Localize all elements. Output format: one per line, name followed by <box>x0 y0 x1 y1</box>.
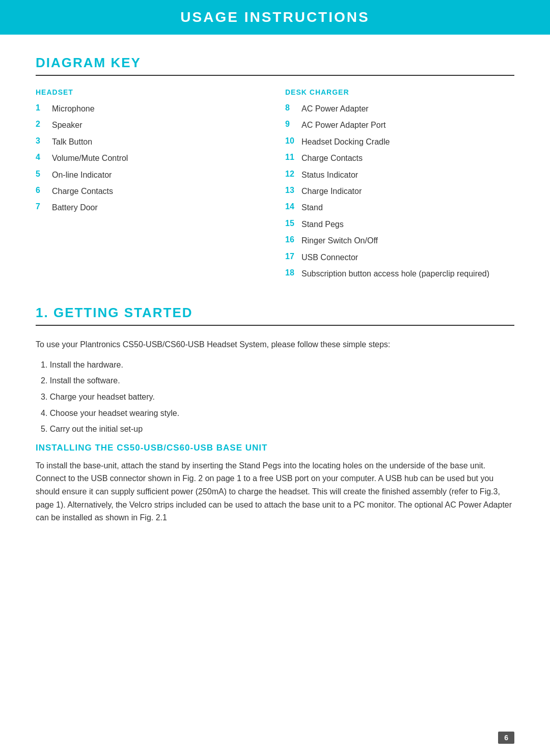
item-label: AC Power Adapter Port <box>301 120 386 131</box>
list-item: 14Stand <box>285 202 514 213</box>
headset-column-header: HEADSET <box>36 88 265 96</box>
item-number: 1 <box>36 103 52 113</box>
item-number: 10 <box>285 136 301 146</box>
item-label: Status Indicator <box>301 170 358 181</box>
diagram-key-title: DIAGRAM KEY <box>36 55 514 71</box>
item-number: 9 <box>285 120 301 129</box>
diagram-key-section: DIAGRAM KEY HEADSET 1Microphone2Speaker3… <box>36 55 514 285</box>
list-item: 18Subscription button access hole (paper… <box>285 268 514 279</box>
list-item: 4. Choose your headset wearing style. <box>36 407 514 420</box>
list-item: 1. Install the hardware. <box>36 358 514 372</box>
item-number: 15 <box>285 219 301 228</box>
item-label: Charge Indicator <box>301 186 362 197</box>
list-item: 17USB Connector <box>285 252 514 263</box>
list-item: 9AC Power Adapter Port <box>285 120 514 131</box>
getting-started-section: 1. GETTING STARTED To use your Plantroni… <box>36 305 514 524</box>
item-number: 6 <box>36 186 52 195</box>
list-item: 2. Install the software. <box>36 374 514 387</box>
desk-charger-items-container: 8AC Power Adapter9AC Power Adapter Port1… <box>285 103 514 279</box>
list-item: 10Headset Docking Cradle <box>285 136 514 148</box>
item-number: 14 <box>285 202 301 211</box>
desk-charger-column: DESK CHARGER 8AC Power Adapter9AC Power … <box>285 88 514 285</box>
list-item: 8AC Power Adapter <box>285 103 514 115</box>
item-number: 12 <box>285 170 301 179</box>
item-label: Volume/Mute Control <box>52 153 128 164</box>
item-label: On-line Indicator <box>52 170 112 181</box>
item-label: Subscription button access hole (papercl… <box>301 268 489 279</box>
item-label: Headset Docking Cradle <box>301 136 390 148</box>
getting-started-divider <box>36 325 514 326</box>
list-item: 7Battery Door <box>36 202 265 213</box>
list-item: 11Charge Contacts <box>285 153 514 164</box>
page-header-title: USAGE INSTRUCTIONS <box>180 9 369 25</box>
item-number: 3 <box>36 136 52 146</box>
page-content: DIAGRAM KEY HEADSET 1Microphone2Speaker3… <box>0 35 550 569</box>
item-label: Microphone <box>52 103 95 115</box>
diagram-columns: HEADSET 1Microphone2Speaker3Talk Button4… <box>36 88 514 285</box>
page-header: USAGE INSTRUCTIONS <box>0 0 550 35</box>
list-item: 2Speaker <box>36 120 265 131</box>
getting-started-steps: 1. Install the hardware.2. Install the s… <box>36 358 514 436</box>
item-label: Charge Contacts <box>52 186 113 197</box>
list-item: 3. Charge your headset battery. <box>36 390 514 404</box>
getting-started-intro: To use your Plantronics CS50-USB/CS60-US… <box>36 338 514 351</box>
list-item: 5. Carry out the initial set-up <box>36 423 514 436</box>
item-number: 4 <box>36 153 52 162</box>
item-label: AC Power Adapter <box>301 103 369 115</box>
getting-started-title: 1. GETTING STARTED <box>36 305 514 321</box>
item-number: 7 <box>36 202 52 211</box>
item-label: USB Connector <box>301 252 358 263</box>
item-label: Speaker <box>52 120 82 131</box>
installing-subsection-text: To install the base-unit, attach the sta… <box>36 459 514 524</box>
item-number: 17 <box>285 252 301 261</box>
item-label: Battery Door <box>52 202 98 213</box>
item-number: 16 <box>285 235 301 244</box>
diagram-key-divider <box>36 75 514 76</box>
item-number: 5 <box>36 170 52 179</box>
list-item: 6Charge Contacts <box>36 186 265 197</box>
page-number: 6 <box>498 732 514 744</box>
list-item: 1Microphone <box>36 103 265 115</box>
headset-items-container: 1Microphone2Speaker3Talk Button4Volume/M… <box>36 103 265 214</box>
list-item: 13Charge Indicator <box>285 186 514 197</box>
list-item: 12Status Indicator <box>285 170 514 181</box>
list-item: 15Stand Pegs <box>285 219 514 230</box>
item-label: Charge Contacts <box>301 153 363 164</box>
desk-charger-column-header: DESK CHARGER <box>285 88 514 96</box>
item-number: 18 <box>285 268 301 277</box>
installing-subsection-title: INSTALLING THE CS50-USB/CS60-USB BASE UN… <box>36 443 514 453</box>
item-label: Talk Button <box>52 136 92 148</box>
list-item: 5On-line Indicator <box>36 170 265 181</box>
headset-column: HEADSET 1Microphone2Speaker3Talk Button4… <box>36 88 265 285</box>
item-number: 13 <box>285 186 301 195</box>
item-number: 2 <box>36 120 52 129</box>
item-label: Stand Pegs <box>301 219 344 230</box>
list-item: 4Volume/Mute Control <box>36 153 265 164</box>
item-label: Ringer Switch On/Off <box>301 235 378 246</box>
item-number: 8 <box>285 103 301 113</box>
list-item: 16Ringer Switch On/Off <box>285 235 514 246</box>
list-item: 3Talk Button <box>36 136 265 148</box>
item-number: 11 <box>285 153 301 162</box>
item-label: Stand <box>301 202 323 213</box>
